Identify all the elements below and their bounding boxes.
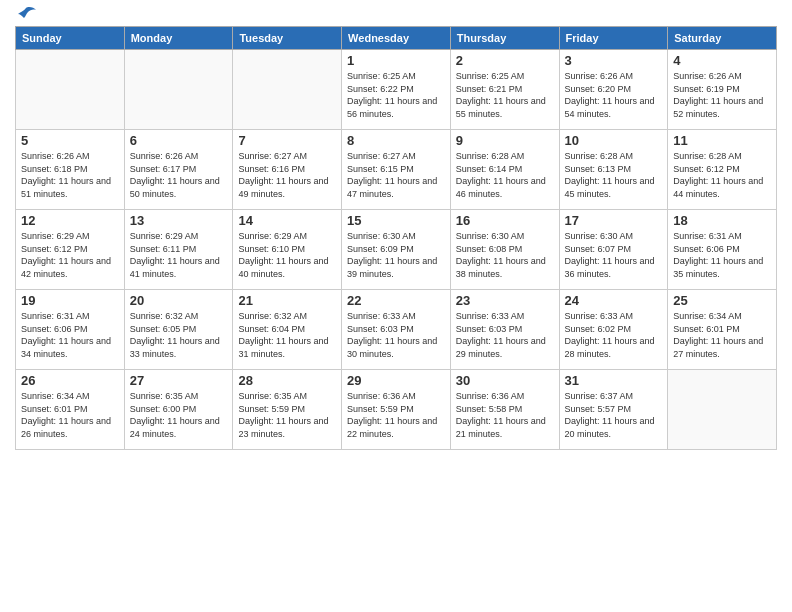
day-number: 12 [21,213,119,228]
day-info: Sunrise: 6:30 AMSunset: 6:09 PMDaylight:… [347,230,445,280]
day-number: 22 [347,293,445,308]
day-number: 28 [238,373,336,388]
day-number: 20 [130,293,228,308]
day-number: 3 [565,53,663,68]
calendar-cell: 23Sunrise: 6:33 AMSunset: 6:03 PMDayligh… [450,290,559,370]
day-info: Sunrise: 6:31 AMSunset: 6:06 PMDaylight:… [673,230,771,280]
header [15,10,777,18]
day-number: 21 [238,293,336,308]
calendar-cell: 28Sunrise: 6:35 AMSunset: 5:59 PMDayligh… [233,370,342,450]
day-number: 7 [238,133,336,148]
calendar-cell: 31Sunrise: 6:37 AMSunset: 5:57 PMDayligh… [559,370,668,450]
day-info: Sunrise: 6:25 AMSunset: 6:22 PMDaylight:… [347,70,445,120]
day-number: 18 [673,213,771,228]
day-info: Sunrise: 6:29 AMSunset: 6:12 PMDaylight:… [21,230,119,280]
day-number: 27 [130,373,228,388]
day-number: 4 [673,53,771,68]
day-number: 19 [21,293,119,308]
day-info: Sunrise: 6:26 AMSunset: 6:18 PMDaylight:… [21,150,119,200]
day-info: Sunrise: 6:26 AMSunset: 6:19 PMDaylight:… [673,70,771,120]
calendar-header-friday: Friday [559,27,668,50]
day-number: 31 [565,373,663,388]
day-info: Sunrise: 6:36 AMSunset: 5:58 PMDaylight:… [456,390,554,440]
day-number: 11 [673,133,771,148]
calendar-week-4: 19Sunrise: 6:31 AMSunset: 6:06 PMDayligh… [16,290,777,370]
calendar-week-2: 5Sunrise: 6:26 AMSunset: 6:18 PMDaylight… [16,130,777,210]
day-number: 1 [347,53,445,68]
day-info: Sunrise: 6:35 AMSunset: 6:00 PMDaylight:… [130,390,228,440]
logo-bird-icon [16,6,36,22]
day-info: Sunrise: 6:34 AMSunset: 6:01 PMDaylight:… [673,310,771,360]
calendar-cell: 15Sunrise: 6:30 AMSunset: 6:09 PMDayligh… [342,210,451,290]
day-number: 2 [456,53,554,68]
day-info: Sunrise: 6:28 AMSunset: 6:13 PMDaylight:… [565,150,663,200]
calendar-cell: 24Sunrise: 6:33 AMSunset: 6:02 PMDayligh… [559,290,668,370]
calendar-cell: 2Sunrise: 6:25 AMSunset: 6:21 PMDaylight… [450,50,559,130]
calendar-cell [16,50,125,130]
calendar-cell: 21Sunrise: 6:32 AMSunset: 6:04 PMDayligh… [233,290,342,370]
calendar-week-1: 1Sunrise: 6:25 AMSunset: 6:22 PMDaylight… [16,50,777,130]
calendar-cell: 8Sunrise: 6:27 AMSunset: 6:15 PMDaylight… [342,130,451,210]
calendar-cell: 25Sunrise: 6:34 AMSunset: 6:01 PMDayligh… [668,290,777,370]
calendar-header-wednesday: Wednesday [342,27,451,50]
calendar-header-sunday: Sunday [16,27,125,50]
calendar-cell: 11Sunrise: 6:28 AMSunset: 6:12 PMDayligh… [668,130,777,210]
day-info: Sunrise: 6:25 AMSunset: 6:21 PMDaylight:… [456,70,554,120]
day-info: Sunrise: 6:27 AMSunset: 6:16 PMDaylight:… [238,150,336,200]
calendar-header-thursday: Thursday [450,27,559,50]
day-number: 5 [21,133,119,148]
day-number: 10 [565,133,663,148]
calendar-cell: 17Sunrise: 6:30 AMSunset: 6:07 PMDayligh… [559,210,668,290]
day-number: 30 [456,373,554,388]
calendar-cell: 26Sunrise: 6:34 AMSunset: 6:01 PMDayligh… [16,370,125,450]
page-container: SundayMondayTuesdayWednesdayThursdayFrid… [0,0,792,612]
calendar-table: SundayMondayTuesdayWednesdayThursdayFrid… [15,26,777,450]
calendar-week-5: 26Sunrise: 6:34 AMSunset: 6:01 PMDayligh… [16,370,777,450]
calendar-cell: 14Sunrise: 6:29 AMSunset: 6:10 PMDayligh… [233,210,342,290]
day-info: Sunrise: 6:28 AMSunset: 6:12 PMDaylight:… [673,150,771,200]
logo [15,10,36,18]
calendar-cell: 22Sunrise: 6:33 AMSunset: 6:03 PMDayligh… [342,290,451,370]
calendar-cell: 7Sunrise: 6:27 AMSunset: 6:16 PMDaylight… [233,130,342,210]
day-info: Sunrise: 6:34 AMSunset: 6:01 PMDaylight:… [21,390,119,440]
day-number: 25 [673,293,771,308]
day-info: Sunrise: 6:32 AMSunset: 6:05 PMDaylight:… [130,310,228,360]
calendar-cell: 5Sunrise: 6:26 AMSunset: 6:18 PMDaylight… [16,130,125,210]
day-info: Sunrise: 6:30 AMSunset: 6:07 PMDaylight:… [565,230,663,280]
day-number: 26 [21,373,119,388]
calendar-cell: 29Sunrise: 6:36 AMSunset: 5:59 PMDayligh… [342,370,451,450]
day-info: Sunrise: 6:26 AMSunset: 6:17 PMDaylight:… [130,150,228,200]
calendar-cell [233,50,342,130]
calendar-cell: 1Sunrise: 6:25 AMSunset: 6:22 PMDaylight… [342,50,451,130]
day-number: 6 [130,133,228,148]
day-number: 15 [347,213,445,228]
day-number: 14 [238,213,336,228]
calendar-cell: 27Sunrise: 6:35 AMSunset: 6:00 PMDayligh… [124,370,233,450]
day-info: Sunrise: 6:37 AMSunset: 5:57 PMDaylight:… [565,390,663,440]
calendar-cell: 3Sunrise: 6:26 AMSunset: 6:20 PMDaylight… [559,50,668,130]
day-number: 17 [565,213,663,228]
day-info: Sunrise: 6:31 AMSunset: 6:06 PMDaylight:… [21,310,119,360]
calendar-cell: 18Sunrise: 6:31 AMSunset: 6:06 PMDayligh… [668,210,777,290]
calendar-cell: 16Sunrise: 6:30 AMSunset: 6:08 PMDayligh… [450,210,559,290]
calendar-header-monday: Monday [124,27,233,50]
day-info: Sunrise: 6:28 AMSunset: 6:14 PMDaylight:… [456,150,554,200]
day-number: 29 [347,373,445,388]
day-number: 23 [456,293,554,308]
day-info: Sunrise: 6:26 AMSunset: 6:20 PMDaylight:… [565,70,663,120]
day-number: 16 [456,213,554,228]
calendar-cell: 9Sunrise: 6:28 AMSunset: 6:14 PMDaylight… [450,130,559,210]
day-info: Sunrise: 6:27 AMSunset: 6:15 PMDaylight:… [347,150,445,200]
calendar-cell: 19Sunrise: 6:31 AMSunset: 6:06 PMDayligh… [16,290,125,370]
calendar-header-row: SundayMondayTuesdayWednesdayThursdayFrid… [16,27,777,50]
day-info: Sunrise: 6:33 AMSunset: 6:02 PMDaylight:… [565,310,663,360]
day-number: 13 [130,213,228,228]
day-info: Sunrise: 6:29 AMSunset: 6:11 PMDaylight:… [130,230,228,280]
calendar-header-tuesday: Tuesday [233,27,342,50]
calendar-cell [668,370,777,450]
day-info: Sunrise: 6:36 AMSunset: 5:59 PMDaylight:… [347,390,445,440]
day-info: Sunrise: 6:35 AMSunset: 5:59 PMDaylight:… [238,390,336,440]
calendar-cell: 12Sunrise: 6:29 AMSunset: 6:12 PMDayligh… [16,210,125,290]
calendar-cell: 20Sunrise: 6:32 AMSunset: 6:05 PMDayligh… [124,290,233,370]
calendar-cell: 30Sunrise: 6:36 AMSunset: 5:58 PMDayligh… [450,370,559,450]
